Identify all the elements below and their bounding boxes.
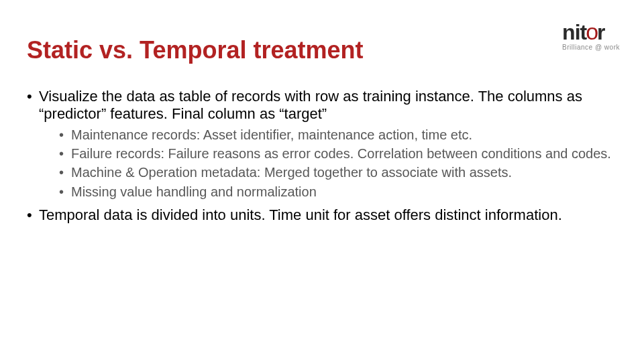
logo-letter-o: o bbox=[586, 20, 598, 43]
bullet-text: Temporal data is divided into units. Tim… bbox=[39, 206, 562, 223]
sub-bullet-item: Missing value handling and normalization bbox=[59, 184, 617, 200]
bullet-list: Visualize the data as table of records w… bbox=[27, 88, 617, 224]
bullet-item: Temporal data is divided into units. Tim… bbox=[27, 206, 617, 224]
sub-bullet-item: Failure records: Failure reasons as erro… bbox=[59, 145, 617, 162]
brand-wordmark: n i t o r bbox=[562, 20, 620, 43]
sub-bullet-item: Machine & Operation metadata: Merged tog… bbox=[59, 164, 617, 180]
logo-letter-i: i bbox=[575, 21, 580, 43]
bullet-item: Visualize the data as table of records w… bbox=[27, 88, 617, 200]
brand-tagline: Brilliance @ work bbox=[562, 44, 620, 51]
logo-letter-n: n bbox=[562, 21, 575, 43]
slide-title: Static vs. Temporal treatment bbox=[27, 37, 617, 64]
sub-bullet-item: Maintenance records: Asset identifier, m… bbox=[59, 127, 617, 143]
logo-letter-r: r bbox=[597, 21, 604, 43]
bullet-text: Visualize the data as table of records w… bbox=[39, 88, 582, 122]
slide: n i t o r Brilliance @ work Static vs. T… bbox=[0, 0, 644, 362]
brand-logo: n i t o r Brilliance @ work bbox=[562, 20, 620, 51]
sub-bullet-list: Maintenance records: Asset identifier, m… bbox=[39, 127, 617, 200]
